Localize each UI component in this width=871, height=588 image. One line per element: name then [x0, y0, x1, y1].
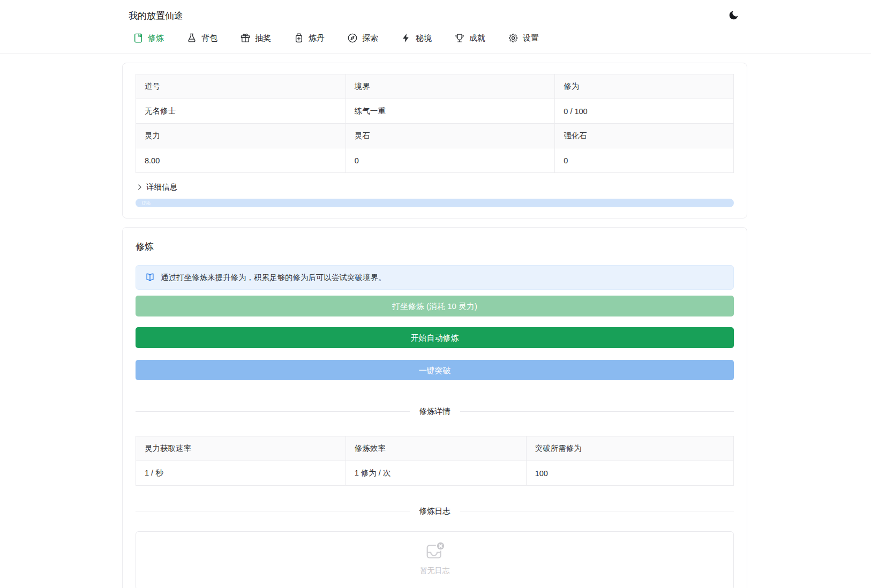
detail-value-breakthrough-req: 100: [526, 461, 733, 486]
trophy-icon: [454, 33, 465, 43]
empty-inbox-icon: [424, 541, 446, 563]
character-stats-table: 道号 境界 修为 无名修士 练气一重 0 / 100 灵力 灵石 强化石 8.0…: [136, 74, 734, 173]
tab-settings[interactable]: 设置: [508, 33, 539, 43]
tab-label: 探索: [362, 33, 378, 43]
tab-lottery[interactable]: 抽奖: [240, 33, 271, 43]
cultivation-card: 修炼 通过打坐修炼来提升修为，积累足够的修为后可以尝试突破境界。 打坐修炼 (消…: [122, 227, 747, 588]
tab-backpack[interactable]: 背包: [186, 33, 217, 43]
gift-icon: [240, 33, 251, 43]
stat-value-enhance-stone: 0: [555, 148, 734, 173]
stat-header-dao-name: 道号: [136, 74, 346, 99]
app-header: 我的放置仙途 修炼: [0, 0, 871, 54]
table-row: 道号 境界 修为: [136, 74, 734, 99]
tab-secret-realm[interactable]: 秘境: [401, 33, 432, 43]
tab-label: 抽奖: [255, 33, 271, 43]
pill-bottle-icon: [294, 33, 304, 43]
stat-value-dao-name: 无名修士: [136, 99, 346, 124]
table-row: 灵力 灵石 强化石: [136, 124, 734, 148]
open-book-icon: [145, 272, 155, 283]
log-empty-text: 暂无日志: [420, 566, 450, 576]
theme-toggle-button[interactable]: [726, 8, 740, 22]
moon-icon: [728, 10, 739, 21]
gear-icon: [508, 33, 519, 43]
flask-icon: [186, 33, 197, 43]
stat-value-spirit-stone: 0: [346, 148, 555, 173]
tab-label: 修炼: [148, 33, 164, 43]
tab-explore[interactable]: 探索: [347, 33, 378, 43]
table-row: 灵力获取速率 修炼效率 突破所需修为: [136, 436, 734, 461]
stat-header-spirit-stone: 灵石: [346, 124, 555, 148]
cultivation-details-table: 灵力获取速率 修炼效率 突破所需修为 1 / 秒 1 修为 / 次 100: [136, 436, 734, 486]
app-title: 我的放置仙途: [129, 10, 183, 22]
stat-header-cultivation: 修为: [555, 74, 734, 99]
cultivation-section-title: 修炼: [136, 240, 734, 253]
table-row: 无名修士 练气一重 0 / 100: [136, 99, 734, 124]
details-toggle-label: 详细信息: [146, 182, 177, 192]
cultivation-info-alert: 通过打坐修炼来提升修为，积累足够的修为后可以尝试突破境界。: [136, 265, 734, 290]
compass-icon: [347, 33, 358, 43]
tab-label: 炼丹: [309, 33, 325, 43]
stat-value-spirit-power: 8.00: [136, 148, 346, 173]
tab-achievements[interactable]: 成就: [454, 33, 485, 43]
auto-cultivate-button[interactable]: 开始自动修炼: [136, 327, 734, 348]
lightning-icon: [401, 33, 411, 43]
chevron-right-icon: [136, 183, 144, 191]
meditate-button[interactable]: 打坐修炼 (消耗 10 灵力): [136, 296, 734, 316]
tab-label: 成就: [469, 33, 485, 43]
detail-header-spirit-rate: 灵力获取速率: [136, 436, 346, 461]
table-row: 1 / 秒 1 修为 / 次 100: [136, 461, 734, 486]
cultivation-log-empty-state: 暂无日志: [136, 531, 734, 588]
stat-header-realm: 境界: [346, 74, 555, 99]
progress-percent-label: 0%: [142, 199, 151, 207]
tab-cultivate[interactable]: 修炼: [133, 33, 164, 43]
journal-icon: [133, 33, 144, 43]
cultivation-info-text: 通过打坐修炼来提升修为，积累足够的修为后可以尝试突破境界。: [161, 273, 386, 283]
tab-alchemy[interactable]: 炼丹: [294, 33, 325, 43]
tab-label: 设置: [523, 33, 539, 43]
tab-label: 秘境: [416, 33, 432, 43]
divider-label: 修炼详情: [410, 406, 460, 417]
cultivation-log-divider: 修炼日志: [136, 504, 734, 517]
main-nav-tabs: 修炼 背包 抽奖: [133, 33, 539, 43]
detail-header-efficiency: 修炼效率: [346, 436, 526, 461]
character-stats-card: 道号 境界 修为 无名修士 练气一重 0 / 100 灵力 灵石 强化石 8.0…: [122, 63, 747, 218]
main-content: 道号 境界 修为 无名修士 练气一重 0 / 100 灵力 灵石 强化石 8.0…: [122, 63, 747, 588]
stat-value-realm: 练气一重: [346, 99, 555, 124]
detail-header-breakthrough-req: 突破所需修为: [526, 436, 733, 461]
cultivation-progress-bar: 0%: [136, 199, 734, 207]
stat-header-spirit-power: 灵力: [136, 124, 346, 148]
table-row: 8.00 0 0: [136, 148, 734, 173]
tab-label: 背包: [201, 33, 217, 43]
divider-label: 修炼日志: [410, 506, 460, 516]
stat-value-cultivation: 0 / 100: [555, 99, 734, 124]
cultivation-details-divider: 修炼详情: [136, 405, 734, 418]
stat-header-enhance-stone: 强化石: [555, 124, 734, 148]
details-toggle[interactable]: 详细信息: [136, 182, 177, 192]
detail-value-spirit-rate: 1 / 秒: [136, 461, 346, 486]
breakthrough-button[interactable]: 一键突破: [136, 360, 734, 380]
detail-value-efficiency: 1 修为 / 次: [346, 461, 526, 486]
